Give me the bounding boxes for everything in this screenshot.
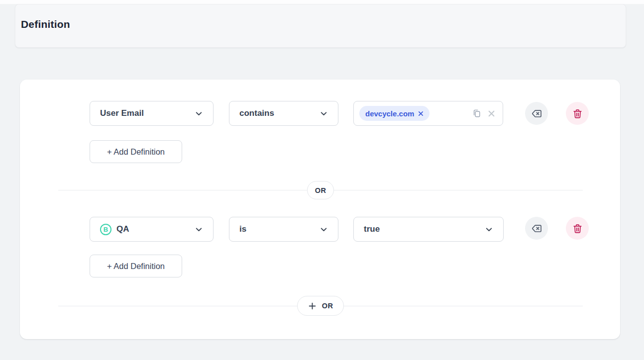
comparator-select-label: is: [239, 224, 320, 234]
page-title: Definition: [21, 18, 70, 30]
value-select[interactable]: true: [353, 217, 504, 242]
comparator-select[interactable]: is: [229, 217, 338, 242]
add-or-button[interactable]: OR: [297, 296, 344, 316]
comparator-select[interactable]: contains: [229, 101, 338, 126]
clear-icon[interactable]: [487, 109, 496, 118]
add-definition-button[interactable]: + Add Definition: [90, 140, 182, 163]
input-actions: [472, 108, 496, 118]
plus-icon: [308, 302, 317, 310]
chevron-down-icon: [195, 225, 203, 234]
top-strip: [0, 0, 644, 4]
chevron-down-icon: [320, 225, 328, 234]
chevron-down-icon: [320, 109, 328, 118]
or-divider-label: OR: [307, 181, 334, 199]
property-select-label: QA: [116, 224, 195, 234]
comparator-select-label: contains: [239, 108, 320, 118]
screen: Definition User Email contains devcycle.…: [0, 0, 644, 360]
value-tag-input[interactable]: devcycle.com: [353, 101, 503, 126]
add-definition-button[interactable]: + Add Definition: [90, 255, 182, 277]
add-definition-label: + Add Definition: [107, 262, 165, 271]
property-select-label: User Email: [100, 108, 195, 118]
backspace-button[interactable]: [525, 102, 548, 125]
definition-header-panel: Definition: [15, 4, 626, 48]
copy-icon[interactable]: [472, 108, 482, 118]
add-definition-label: + Add Definition: [107, 147, 165, 157]
delete-rule-button[interactable]: [566, 102, 589, 125]
value-select-label: true: [364, 224, 485, 234]
property-select[interactable]: B QA: [90, 217, 214, 242]
trash-icon: [572, 223, 583, 234]
chevron-down-icon: [195, 109, 203, 118]
definition-card: User Email contains devcycle.com: [20, 80, 620, 339]
backspace-icon: [531, 107, 543, 120]
backspace-icon: [531, 222, 543, 235]
chevron-down-icon: [485, 225, 493, 234]
tag-chip-label: devcycle.com: [365, 109, 414, 118]
trash-icon: [572, 108, 583, 119]
chip-remove-icon[interactable]: [418, 111, 424, 116]
tag-chip: devcycle.com: [359, 106, 429, 121]
property-select[interactable]: User Email: [90, 101, 214, 126]
add-or-label: OR: [322, 302, 333, 310]
delete-rule-button[interactable]: [566, 217, 589, 240]
boolean-badge-icon: B: [100, 224, 111, 235]
backspace-button[interactable]: [525, 217, 548, 240]
